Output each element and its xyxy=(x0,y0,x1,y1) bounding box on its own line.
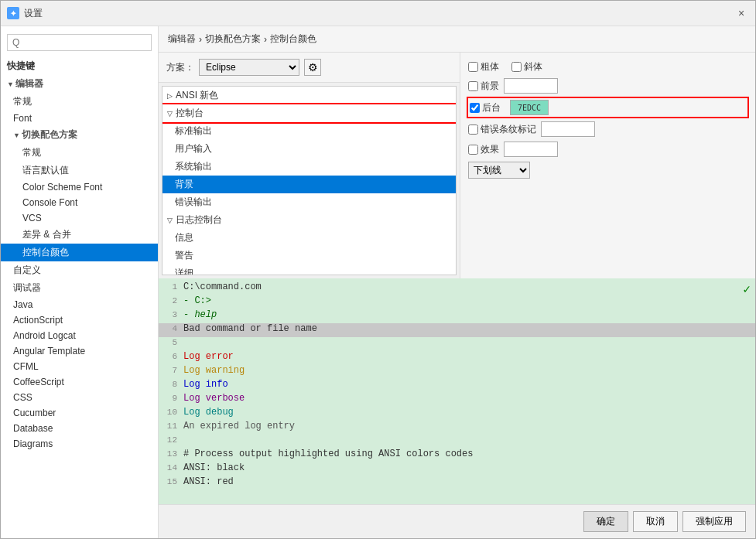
close-button[interactable]: × xyxy=(734,5,749,21)
sidebar-item-cfml[interactable]: CFML xyxy=(1,359,158,374)
title-bar: ✦ 设置 × xyxy=(1,1,755,26)
bg-color-value: 7EDCC xyxy=(518,104,541,112)
sidebar-item-vcs[interactable]: VCS xyxy=(1,210,158,226)
effects-color[interactable] xyxy=(504,142,558,157)
sidebar-item-cucumber[interactable]: Cucumber xyxy=(1,405,158,421)
checkmark-icon: ✓ xyxy=(743,281,751,297)
sidebar-item-database[interactable]: Database xyxy=(1,421,158,436)
tree-label-detail: 详细 xyxy=(175,267,193,275)
sidebar-item-font[interactable]: Font xyxy=(1,111,158,126)
tree-label-log-console: 日志控制台 xyxy=(176,213,222,227)
ok-button[interactable]: 确定 xyxy=(583,511,628,532)
tree-list: ▷ ANSI 新色 ▽ 控制台 标准输出 用户输入 xyxy=(162,86,457,275)
preview-line-7: 7 Log warning xyxy=(159,365,755,379)
sidebar-item-lang-default[interactable]: 语言默认值 xyxy=(1,162,158,179)
breadcrumb: 编辑器 › 切换配色方案 › 控制台颜色 xyxy=(159,26,755,53)
sidebar-item-debugger[interactable]: 调试器 xyxy=(1,279,158,297)
fg-checkbox[interactable] xyxy=(468,81,478,91)
search-input[interactable] xyxy=(7,34,152,51)
bg-checkbox-label[interactable]: 后台 xyxy=(470,101,501,114)
sidebar-item-diff-merge[interactable]: 差异 & 合并 xyxy=(1,226,158,244)
tree-item-log-console[interactable]: ▽ 日志控制台 xyxy=(162,211,456,229)
bg-checkbox[interactable] xyxy=(470,103,480,113)
sidebar-group-colorscheme[interactable]: 切换配色方案 xyxy=(1,126,158,144)
effect-type-row: 下划线 波浪线 加粗 无 xyxy=(468,162,747,179)
sidebar-item-coffeescript[interactable]: CoffeeScript xyxy=(1,374,158,390)
sidebar-item-android-logcat[interactable]: Android Logcat xyxy=(1,328,158,343)
tree-item-ansi[interactable]: ▷ ANSI 新色 xyxy=(162,87,456,104)
italic-label[interactable]: 斜体 xyxy=(511,60,542,73)
tree-item-sysout[interactable]: 系统输出 xyxy=(162,158,456,176)
preview-line-12: 12 xyxy=(159,435,755,449)
background-row: 后台 7EDCC xyxy=(468,98,747,117)
gear-button[interactable]: ⚙ xyxy=(304,59,321,76)
sidebar-group-editor[interactable]: 编辑器 xyxy=(1,75,158,93)
tree-label-stdout: 标准输出 xyxy=(175,125,212,138)
preview-panel: ✓ 1 C:\command.com 2 - C:> 3 - help 4 xyxy=(159,278,755,504)
app-icon: ✦ xyxy=(7,7,19,19)
sidebar-item-shortcut[interactable]: 快捷键 xyxy=(1,57,158,75)
preview-line-13: 13 # Process output highlighted using AN… xyxy=(159,449,755,462)
effects-label[interactable]: 效果 xyxy=(468,143,499,156)
sidebar: 快捷键 编辑器 常规 Font 切换配色方案 常规 语言默认值 Color Sc… xyxy=(1,26,159,538)
cancel-button[interactable]: 取消 xyxy=(633,511,678,532)
preview-line-2: 2 - C:> xyxy=(159,295,755,309)
bg-color-box[interactable]: 7EDCC xyxy=(510,100,549,115)
preview-line-9: 9 Log verbose xyxy=(159,393,755,407)
preview-line-15: 15 ANSI: red xyxy=(159,476,755,490)
bottom-bar: 确定 取消 强制应用 xyxy=(159,504,755,538)
tree-item-console[interactable]: ▽ 控制台 xyxy=(162,104,456,122)
tree-item-background[interactable]: 背景 xyxy=(162,176,456,193)
sidebar-item-css[interactable]: CSS xyxy=(1,390,158,405)
tree-label-warning: 警告 xyxy=(175,249,193,262)
bold-label[interactable]: 粗体 xyxy=(468,60,499,73)
apply-button[interactable]: 强制应用 xyxy=(682,511,746,532)
tree-item-warning[interactable]: 警告 xyxy=(162,247,456,264)
effect-type-select[interactable]: 下划线 波浪线 加粗 无 xyxy=(468,162,530,179)
tree-label-console: 控制台 xyxy=(176,107,204,120)
tree-label-background: 背景 xyxy=(175,178,193,191)
error-stripe-color[interactable] xyxy=(541,121,595,137)
breadcrumb-sep2: › xyxy=(264,34,267,45)
effects-row: 效果 xyxy=(468,142,747,157)
sidebar-item-console-font[interactable]: Console Font xyxy=(1,195,158,210)
error-stripe-label[interactable]: 错误条纹标记 xyxy=(468,123,536,136)
preview-content: ✓ 1 C:\command.com 2 - C:> 3 - help 4 xyxy=(159,278,755,504)
sidebar-item-color-scheme-font[interactable]: Color Scheme Font xyxy=(1,179,158,195)
tree-item-stdout[interactable]: 标准输出 xyxy=(162,122,456,140)
right-panel: 编辑器 › 切换配色方案 › 控制台颜色 方案： Eclipse Default… xyxy=(159,26,755,538)
tree-label-ansi: ANSI 新色 xyxy=(176,89,218,102)
main-content: 快捷键 编辑器 常规 Font 切换配色方案 常规 语言默认值 Color Sc… xyxy=(1,26,755,538)
sidebar-item-customize[interactable]: 自定义 xyxy=(1,261,158,279)
breadcrumb-console-color: 控制台颜色 xyxy=(270,32,316,46)
error-stripe-checkbox[interactable] xyxy=(468,125,478,135)
tree-panel: 方案： Eclipse Default Monokai Darcula ⚙ ▷ xyxy=(159,53,460,278)
sidebar-item-general[interactable]: 常规 xyxy=(1,93,158,111)
breadcrumb-sep1: › xyxy=(199,34,202,45)
bold-checkbox[interactable] xyxy=(468,62,478,72)
fg-checkbox-label[interactable]: 前景 xyxy=(468,80,499,93)
tree-label-info: 信息 xyxy=(175,231,193,244)
effects-checkbox[interactable] xyxy=(468,145,478,155)
preview-line-10: 10 Log debug xyxy=(159,407,755,421)
preview-line-11: 11 An expired log entry xyxy=(159,421,755,435)
tree-item-userinput[interactable]: 用户输入 xyxy=(162,140,456,158)
tree-item-detail[interactable]: 详细 xyxy=(162,264,456,275)
preview-line-5: 5 xyxy=(159,337,755,351)
tree-item-error-out[interactable]: 错误输出 xyxy=(162,193,456,211)
sidebar-item-actionscript[interactable]: ActionScript xyxy=(1,312,158,328)
fg-color-input[interactable] xyxy=(504,78,558,94)
sidebar-item-console-color[interactable]: 控制台颜色 xyxy=(1,244,158,261)
sidebar-item-normal[interactable]: 常规 xyxy=(1,144,158,162)
italic-checkbox[interactable] xyxy=(511,62,522,72)
tree-label-userinput: 用户输入 xyxy=(175,142,212,155)
sidebar-item-diagrams[interactable]: Diagrams xyxy=(1,436,158,452)
settings-window: ✦ 设置 × 快捷键 编辑器 常规 Font 切换配色方案 常规 语言默认值 C… xyxy=(0,0,756,539)
sidebar-item-angular-template[interactable]: Angular Template xyxy=(1,343,158,359)
preview-line-6: 6 Log error xyxy=(159,351,755,365)
breadcrumb-editor: 编辑器 xyxy=(168,32,196,46)
preview-line-8: 8 Log info xyxy=(159,379,755,393)
tree-item-info[interactable]: 信息 xyxy=(162,229,456,247)
scheme-select[interactable]: Eclipse Default Monokai Darcula xyxy=(199,59,299,76)
sidebar-item-java[interactable]: Java xyxy=(1,297,158,312)
